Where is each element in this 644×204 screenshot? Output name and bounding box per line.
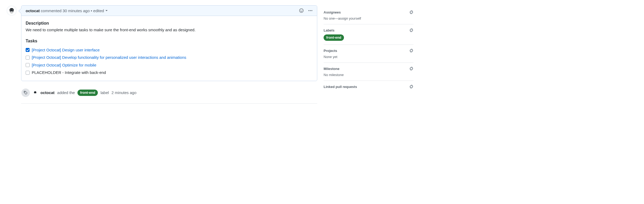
milestone-title: Milestone: [324, 67, 339, 71]
task-checkbox[interactable]: [26, 63, 30, 67]
task-link[interactable]: [Project Octocat] Design user interface: [32, 47, 100, 53]
milestone-gear-button[interactable]: [409, 66, 413, 71]
svg-point-3: [300, 9, 303, 13]
tasks-heading: Tasks: [26, 38, 313, 44]
kebab-icon: [308, 8, 313, 13]
comment-timestamp[interactable]: 30 minutes ago: [63, 8, 90, 13]
event-post-text: label: [100, 90, 109, 95]
gear-icon: [409, 48, 413, 53]
gear-icon: [409, 66, 413, 71]
kebab-menu-button[interactable]: [308, 8, 313, 13]
task-text: PLACEHOLDER - Integrate with back-end: [32, 70, 106, 76]
svg-point-6: [309, 10, 310, 11]
description-text: We need to complete multiple tasks to ma…: [26, 27, 313, 33]
event-badge: [21, 88, 30, 97]
octocat-icon: [7, 6, 16, 15]
svg-point-4: [300, 10, 301, 10]
linked-pr-title: Linked pull requests: [324, 85, 357, 89]
svg-point-1: [11, 10, 11, 10]
smiley-icon: [299, 8, 304, 13]
sidebar-label-pill[interactable]: front-end: [324, 34, 344, 41]
sidebar-projects: Projects None yet: [324, 45, 413, 63]
labels-gear-button[interactable]: [409, 28, 413, 32]
description-heading: Description: [26, 20, 313, 26]
task-link[interactable]: [Project Octocat] Optimize for mobile: [32, 62, 96, 68]
sidebar-milestone: Milestone No milestone: [324, 63, 413, 81]
edited-dropdown[interactable]: edited: [93, 8, 108, 13]
svg-point-9: [25, 91, 25, 92]
event-timestamp[interactable]: 2 minutes ago: [112, 90, 136, 95]
comment-box: octocat commented 30 minutes ago • edite…: [21, 5, 317, 81]
svg-point-5: [302, 10, 302, 10]
sidebar: Assignees No one—assign yourself Labels …: [324, 5, 413, 104]
task-item: [Project Octocat] Develop functionality …: [26, 54, 313, 61]
octocat-icon: [33, 90, 38, 95]
task-checkbox[interactable]: [26, 71, 30, 75]
separator: •: [91, 8, 92, 13]
task-item: [Project Octocat] Design user interface: [26, 46, 313, 54]
emoji-reaction-button[interactable]: [299, 8, 304, 13]
sidebar-assignees: Assignees No one—assign yourself: [324, 6, 413, 24]
event-actor[interactable]: octocat: [40, 90, 54, 95]
comment-action-text: commented: [41, 8, 61, 13]
gear-icon: [409, 85, 413, 89]
comment-body: Description We need to complete multiple…: [21, 16, 317, 81]
task-link[interactable]: [Project Octocat] Develop functionality …: [32, 55, 186, 61]
task-item: [Project Octocat] Optimize for mobile: [26, 61, 313, 69]
event-pre-text: added the: [57, 90, 75, 95]
projects-gear-button[interactable]: [409, 48, 413, 53]
edited-label: edited: [93, 8, 104, 13]
sidebar-labels: Labels front-end: [324, 24, 413, 45]
divider: [21, 103, 317, 104]
chevron-down-icon: [105, 10, 108, 11]
projects-body: None yet: [324, 55, 413, 59]
assignees-title: Assignees: [324, 10, 341, 14]
svg-point-2: [12, 10, 13, 10]
task-checkbox[interactable]: [26, 56, 30, 60]
milestone-body: No milestone: [324, 73, 413, 77]
projects-title: Projects: [324, 49, 337, 53]
sidebar-linked-pr: Linked pull requests: [324, 81, 413, 95]
task-list: [Project Octocat] Design user interface[…: [26, 46, 313, 77]
event-label-pill[interactable]: front-end: [77, 90, 98, 96]
linked-pr-gear-button[interactable]: [409, 85, 413, 89]
gear-icon: [409, 28, 413, 32]
tag-icon: [24, 91, 28, 95]
assignees-gear-button[interactable]: [409, 10, 413, 14]
gear-icon: [409, 10, 413, 14]
comment-header: octocat commented 30 minutes ago • edite…: [21, 6, 317, 16]
task-checkbox[interactable]: [26, 48, 30, 52]
event-avatar[interactable]: [33, 90, 38, 95]
avatar[interactable]: [6, 5, 17, 16]
svg-point-8: [311, 10, 312, 11]
comment-author[interactable]: octocat: [26, 8, 40, 13]
timeline-event: octocat added the front-end label 2 minu…: [21, 88, 317, 97]
svg-point-7: [310, 10, 311, 11]
task-item: PLACEHOLDER - Integrate with back-end: [26, 69, 313, 77]
labels-title: Labels: [324, 28, 334, 32]
assignees-body[interactable]: No one—assign yourself: [324, 16, 413, 20]
